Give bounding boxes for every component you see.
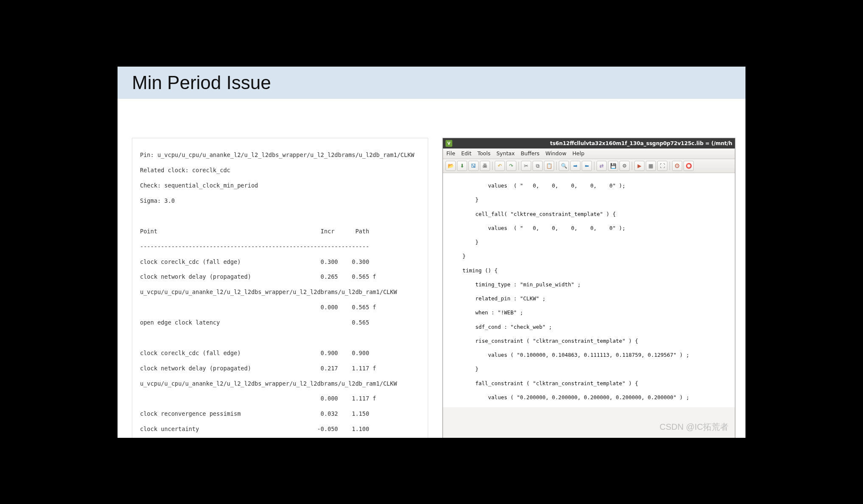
report-row: clock coreclk_cdc (fall edge) 0.300 0.30… (140, 258, 420, 266)
save2-icon[interactable]: 💾 (608, 161, 618, 171)
find-icon[interactable]: 🔍 (559, 161, 569, 171)
report-header: Point Incr Path (140, 228, 420, 235)
code-line: values ( "0.100000, 0.104863, 0.111113, … (450, 352, 731, 359)
code-line: values ( " 0, 0, 0, 0, 0" ); (450, 182, 731, 190)
editor-window: V ts6n12ffcllulvta32x160m1f_130a_ssgnp0p… (443, 138, 735, 438)
code-line: } (450, 366, 731, 373)
code-line: values ( " 0, 0, 0, 0, 0" ); (450, 225, 731, 232)
redo-icon[interactable]: ↷ (506, 161, 516, 171)
report-related-clock: Related clock: coreclk_cdc (140, 167, 420, 174)
editor-toolbar: 📂 ⬇ 🖫 🖶 ↶ ↷ ✂ ⧉ 📋 🔍 ➡ ⬅ ⇄ 💾 ⚙ (443, 159, 735, 173)
code-line: cell_fall( "clktree_constraint_template"… (450, 211, 731, 218)
code-line: fall_constraint ( "clktran_constraint_te… (450, 380, 731, 387)
menu-syntax[interactable]: Syntax (496, 150, 515, 157)
close-icon[interactable]: ⮿ (672, 161, 682, 171)
report-check: Check: sequential_clock_min_period (140, 182, 420, 190)
menu-tools[interactable]: Tools (477, 150, 490, 157)
report-row: u_vcpu/u_cpu/u_ananke_l2/u_l2_l2dbs_wrap… (140, 288, 420, 296)
maximize-icon[interactable]: ⛶ (657, 161, 667, 171)
undo-icon[interactable]: ↶ (495, 161, 505, 171)
timing-report-panel: Pin: u_vcpu/u_cpu/u_ananke_l2/u_l2_l2dbs… (132, 138, 428, 438)
report-divider: ----------------------------------------… (140, 243, 420, 251)
code-line: } (450, 253, 731, 260)
code-line: related_pin : "CLKW" ; (450, 295, 731, 302)
report-row: 0.000 1.117 f (140, 395, 420, 403)
report-row: clock coreclk_cdc (fall edge) 0.900 0.90… (140, 350, 420, 357)
vim-icon: V (446, 140, 452, 147)
report-row: clock uncertainty -0.050 1.100 (140, 426, 420, 433)
slide: Min Period Issue Pin: u_vcpu/u_cpu/u_ana… (118, 67, 745, 438)
run-icon[interactable]: ▶ (634, 161, 644, 171)
saveall-icon[interactable]: 🖫 (468, 161, 479, 171)
replace-icon[interactable]: ⇄ (597, 161, 607, 171)
menu-window[interactable]: Window (546, 150, 566, 157)
code-line: } (450, 239, 731, 246)
code-line: sdf_cond : "check_web" ; (450, 324, 731, 331)
watermark: CSDN @IC拓荒者 (659, 421, 729, 433)
menu-help[interactable]: Help (572, 150, 585, 157)
prev-icon[interactable]: ⬅ (582, 161, 592, 171)
save-icon[interactable]: ⬇ (457, 161, 467, 171)
menu-file[interactable]: File (446, 150, 455, 157)
code-line: } (450, 196, 731, 204)
report-row: u_vcpu/u_cpu/u_ananke_l2/u_l2_l2dbs_wrap… (140, 380, 420, 388)
menu-edit[interactable]: Edit (461, 150, 471, 157)
content-area: Pin: u_vcpu/u_cpu/u_ananke_l2/u_l2_l2dbs… (118, 99, 745, 438)
report-row: clock network delay (propagated) 0.265 0… (140, 273, 420, 281)
editor-content[interactable]: values ( " 0, 0, 0, 0, 0" ); } cell_fall… (443, 173, 735, 407)
report-row: clock network delay (propagated) 0.217 1… (140, 365, 420, 372)
slide-title: Min Period Issue (132, 72, 271, 93)
copy-icon[interactable]: ⧉ (532, 161, 543, 171)
code-line: timing_type : "min_pulse_width" ; (450, 281, 731, 288)
code-line: rise_constraint ( "clktran_constraint_te… (450, 338, 731, 345)
editor-menubar: File Edit Tools Syntax Buffers Window He… (443, 148, 735, 159)
report-pin: Pin: u_vcpu/u_cpu/u_ananke_l2/u_l2_l2dbs… (140, 151, 420, 159)
editor-titlebar[interactable]: V ts6n12ffcllulvta32x160m1f_130a_ssgnp0p… (443, 138, 735, 148)
settings-icon[interactable]: ⚙ (619, 161, 630, 171)
window-icon[interactable]: ▦ (646, 161, 656, 171)
paste-icon[interactable]: 📋 (544, 161, 554, 171)
open-icon[interactable]: 📂 (446, 161, 456, 171)
help-icon[interactable]: ⭕ (684, 161, 694, 171)
title-banner: Min Period Issue (118, 67, 745, 99)
code-line: timing () { (450, 267, 731, 274)
editor-title: ts6n12ffcllulvta32x160m1f_130a_ssgnp0p72… (550, 140, 732, 146)
report-row: 0.000 0.565 f (140, 304, 420, 311)
print-icon[interactable]: 🖶 (480, 161, 490, 171)
report-row: clock reconvergence pessimism 0.032 1.15… (140, 410, 420, 418)
cut-icon[interactable]: ✂ (521, 161, 531, 171)
next-icon[interactable]: ➡ (570, 161, 580, 171)
code-line: when : "!WEB" ; (450, 309, 731, 316)
report-sigma: Sigma: 3.0 (140, 197, 420, 205)
menu-buffers[interactable]: Buffers (521, 150, 539, 157)
report-row: open edge clock latency 0.565 (140, 319, 420, 327)
code-line: values ( "0.200000, 0.200000, 0.200000, … (450, 394, 731, 401)
